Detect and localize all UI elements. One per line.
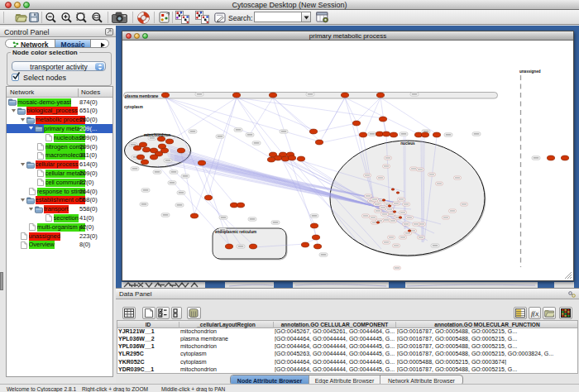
svg-text:cytoplasm: cytoplasm	[124, 105, 143, 109]
svg-text:mitochondrion: mitochondrion	[144, 133, 170, 137]
svg-text:nucleus: nucleus	[400, 141, 415, 146]
svg-text:endoplasmic reticulum: endoplasmic reticulum	[215, 230, 256, 234]
svg-text:f(x): f(x)	[531, 309, 539, 318]
svg-text:plasma membrane: plasma membrane	[125, 94, 159, 98]
svg-text:unassigned: unassigned	[519, 69, 541, 74]
